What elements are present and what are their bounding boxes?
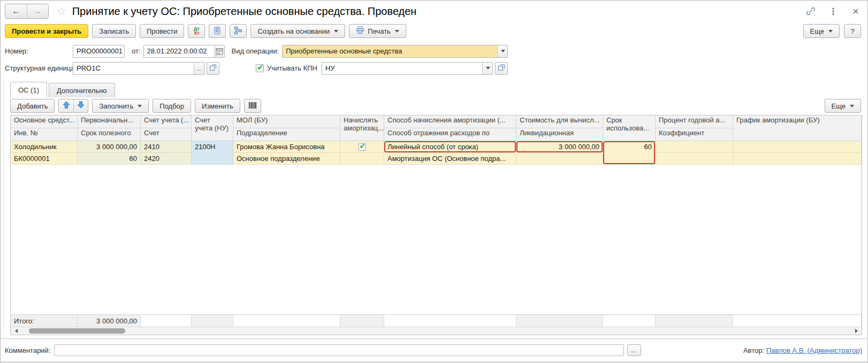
cell-method[interactable]: Линейный способ (от срока) — [384, 141, 516, 153]
chevron-down-icon — [486, 67, 490, 69]
cell-inv[interactable]: БК0000001 — [11, 153, 78, 165]
author-link[interactable]: Павлов А.В. (Администратор) — [766, 346, 862, 354]
cell-coef[interactable] — [656, 153, 733, 165]
column-header-initial-cost[interactable]: Первоначальн... — [78, 115, 141, 128]
get-link-icon[interactable] — [805, 6, 816, 17]
add-button[interactable]: Добавить — [10, 99, 55, 113]
favorite-star-icon[interactable]: ☆ — [56, 5, 67, 17]
scrollbar-thumb[interactable] — [29, 328, 125, 334]
cell-account-bu-dep[interactable]: 2420 — [141, 153, 192, 165]
column-header-liquidation[interactable]: Ликвидационная — [516, 128, 603, 141]
cell-cost-calc[interactable]: 3 000 000,00 — [516, 141, 603, 153]
open-kpn-button[interactable] — [495, 62, 508, 75]
help-button[interactable]: ? — [844, 24, 861, 38]
command-bar-right: Еще ? — [803, 24, 861, 38]
cell-account-bu[interactable]: 2410 — [141, 141, 192, 153]
print-button[interactable]: Печать — [349, 24, 406, 38]
column-header-term[interactable]: Срок использова... — [603, 115, 656, 141]
horizontal-scrollbar[interactable] — [11, 327, 862, 335]
forward-button[interactable]: → — [27, 4, 48, 18]
cell-liquidation[interactable] — [516, 153, 603, 165]
column-header-schedule[interactable]: График амортизации (БУ) — [733, 115, 862, 141]
kpn-select[interactable]: НУ — [322, 62, 493, 75]
comment-input[interactable] — [54, 344, 624, 356]
footer-cell — [733, 315, 862, 327]
kpn-value: НУ — [322, 63, 482, 74]
post-and-close-button[interactable]: Провести и закрыть — [5, 24, 88, 38]
column-header-inv[interactable]: Инв. № — [11, 128, 78, 141]
table-more-button[interactable]: Еще — [825, 99, 861, 113]
cell-depreciate-checkbox[interactable]: ✔ — [340, 141, 384, 153]
dtkt-button[interactable]: ДтКт — [188, 24, 205, 38]
cell-schedule[interactable] — [733, 141, 862, 153]
cell-mol[interactable]: Громова Жанна Борисовна — [233, 141, 340, 153]
back-button[interactable]: ← — [5, 4, 27, 18]
pick-button[interactable]: Подбор — [153, 99, 191, 113]
open-unit-button[interactable] — [207, 62, 219, 75]
column-header-account-nu[interactable]: Счет учета (НУ) — [192, 115, 233, 141]
dropdown-button[interactable] — [482, 63, 492, 74]
cell-term[interactable]: 60 — [603, 141, 656, 165]
move-up-button[interactable] — [59, 99, 73, 112]
calendar-icon[interactable] — [214, 45, 224, 57]
history-nav-group: ← → — [5, 4, 49, 19]
column-header-department[interactable]: Подразделение — [233, 128, 340, 141]
printer-icon — [356, 26, 364, 36]
column-header-account-bu[interactable]: Счет учета (... — [141, 115, 192, 128]
tab-additional[interactable]: Дополнительно — [49, 83, 115, 97]
column-header-depreciate[interactable]: Начислять амортизац... — [340, 115, 384, 141]
footer-cell — [233, 315, 340, 327]
column-header-method[interactable]: Способ начисления амортизации (... — [384, 115, 516, 128]
close-icon[interactable]: × — [850, 6, 861, 17]
cell-initial-cost[interactable]: 3 000 000,00 — [78, 141, 141, 153]
kpn-checkbox[interactable]: ✔ — [256, 64, 264, 72]
more-label: Еще — [810, 27, 824, 35]
structure-icon — [234, 26, 242, 36]
scroll-right-button[interactable] — [852, 327, 861, 335]
number-input[interactable]: PRO00000001 — [73, 45, 125, 58]
chevron-down-icon — [850, 105, 854, 107]
comment-more-button[interactable]: ... — [627, 344, 641, 356]
cell-department[interactable]: Основное подразделение — [233, 153, 340, 165]
cell-schedule-2[interactable] — [733, 153, 862, 165]
create-based-on-button[interactable]: Создать на основании — [250, 24, 345, 38]
unit-input[interactable]: PRO1C ... — [73, 62, 204, 75]
scroll-left-button[interactable] — [12, 327, 20, 335]
number-label: Номер: — [5, 47, 73, 55]
date-input[interactable]: 28.01.2022 0:00:02 — [143, 45, 225, 58]
cell-expense[interactable]: Амортизация ОС (Основное подра... — [384, 153, 516, 165]
footer-cell — [656, 315, 733, 327]
column-header-useful-life[interactable]: Срок полезного — [78, 128, 141, 141]
document-structure-button[interactable] — [230, 24, 247, 38]
related-documents-button[interactable] — [209, 24, 226, 38]
table-toolbar: Добавить Заполнить Подбор Изменить Еще — [1, 97, 867, 115]
column-header-asset[interactable]: Основное средст... — [11, 115, 78, 128]
cell-percent[interactable] — [656, 141, 733, 153]
fill-button[interactable]: Заполнить — [92, 99, 149, 113]
tab-os[interactable]: ОС (1) — [10, 82, 47, 97]
choose-button[interactable]: ... — [194, 63, 204, 74]
checkmark-icon: ✔ — [257, 63, 264, 72]
open-form-icon — [498, 64, 505, 73]
column-header-mol[interactable]: МОЛ (БУ) — [233, 115, 340, 128]
post-button[interactable]: Провести — [140, 24, 185, 38]
menu-dots-icon[interactable]: ⋮ — [828, 6, 839, 17]
barcode-button[interactable] — [244, 99, 261, 113]
column-header-percent[interactable]: Процент годовой а... — [656, 115, 733, 128]
column-header-cost-calc[interactable]: Стоимость для вычисл... — [516, 115, 603, 128]
column-header-coef[interactable]: Коэффициент — [656, 128, 733, 141]
column-header-expense[interactable]: Способ отражения расходов по — [384, 128, 516, 141]
edit-button[interactable]: Изменить — [195, 99, 240, 113]
operation-select[interactable]: Приобретенные основные средства — [282, 45, 508, 58]
cell-asset[interactable]: Холодильник — [11, 141, 78, 153]
more-button[interactable]: Еще — [803, 24, 840, 38]
cell-account-nu[interactable]: 2100Н — [192, 141, 233, 165]
dropdown-button[interactable] — [497, 45, 507, 57]
open-form-icon — [209, 64, 217, 73]
save-button[interactable]: Записать — [92, 24, 136, 38]
cell-depreciate-empty[interactable] — [340, 153, 384, 165]
dtkt-icon: ДтКт — [194, 27, 200, 35]
move-down-button[interactable] — [73, 99, 88, 112]
column-header-account[interactable]: Счет — [141, 128, 192, 141]
cell-useful-life[interactable]: 60 — [78, 153, 141, 165]
